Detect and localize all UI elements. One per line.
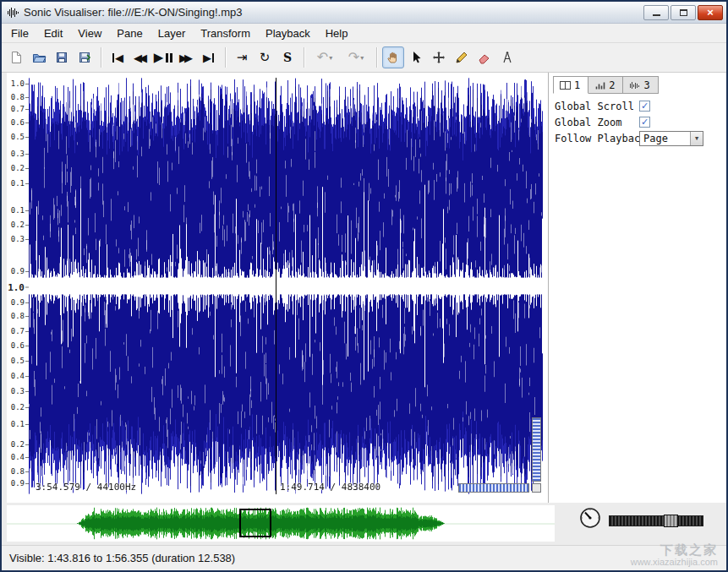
select-tool-button[interactable]	[405, 46, 427, 68]
scale-label: 0.9	[11, 298, 25, 307]
erase-tool-button[interactable]	[473, 46, 495, 68]
title-bar[interactable]: Sonic Visualiser: file:///E:/K-ON/Singin…	[2, 2, 726, 24]
scale-label: 0.4	[11, 372, 25, 380]
follow-playback-row: Follow Playback Page ▼	[555, 131, 726, 145]
playhead-cursor	[276, 78, 276, 494]
export-audio-icon	[78, 51, 91, 64]
chevron-down-icon: ▼	[690, 132, 703, 145]
rewind-start-button[interactable]: ◀	[107, 46, 129, 68]
move-crosshair-icon	[432, 51, 446, 64]
scale-label: 0.3	[11, 387, 25, 395]
global-scroll-label: Global Scroll	[555, 101, 639, 112]
pencil-icon	[455, 51, 468, 64]
scale-label: 0.6	[11, 341, 25, 350]
zoom-reset-button[interactable]	[532, 483, 541, 493]
window-title: Sonic Visualiser: file:///E:/K-ON/Singin…	[24, 6, 639, 19]
tab-pane-2[interactable]: 2	[588, 76, 623, 94]
visible-region-rect[interactable]	[239, 509, 271, 537]
measure-tool-button[interactable]	[496, 46, 518, 68]
global-zoom-row: Global Zoom ✓	[555, 115, 726, 129]
scale-label: 0.8	[11, 312, 25, 320]
menu-help[interactable]: Help	[318, 25, 356, 42]
main-area: 1.00.80.70.60.50.30.20.10.10.20.30.91.00…	[2, 73, 726, 503]
menu-playback[interactable]: Playback	[258, 25, 318, 42]
open-session-button[interactable]	[28, 46, 50, 68]
app-icon	[6, 6, 19, 19]
duration-samplerate-label: 3:54.579 / 44100Hz	[36, 482, 136, 493]
menu-edit[interactable]: Edit	[36, 25, 70, 42]
undo-icon: ↶	[317, 51, 328, 64]
save-session-button[interactable]	[51, 46, 73, 68]
undo-button[interactable]: ↶▾	[309, 46, 340, 68]
navigate-tool-button[interactable]	[382, 46, 404, 68]
global-zoom-checkbox[interactable]: ✓	[639, 117, 650, 128]
menu-pane[interactable]: Pane	[109, 25, 150, 42]
constrain-playback-icon: ⇥	[237, 52, 248, 64]
visible-range-status: Visible: 1:43.816 to 1:56.355 (duration …	[9, 552, 235, 564]
global-scroll-row: Global Scroll ✓	[555, 99, 726, 113]
status-bar: Visible: 1:43.816 to 1:56.355 (duration …	[2, 545, 726, 570]
slider-handle[interactable]	[664, 515, 678, 527]
forward-end-button[interactable]: ▶	[198, 46, 220, 68]
minimize-icon	[653, 14, 660, 16]
export-audio-button[interactable]	[74, 46, 96, 68]
solo-pane-button[interactable]: S	[276, 46, 298, 68]
redo-icon: ↷	[348, 51, 359, 64]
open-folder-icon	[32, 51, 47, 64]
close-button[interactable]: ×	[698, 5, 723, 20]
toolbar-separator	[376, 47, 377, 68]
draw-tool-button[interactable]	[451, 46, 473, 68]
scale-label: 0.1	[11, 206, 25, 215]
horizontal-zoom-wheel[interactable]	[458, 483, 529, 493]
menu-transform[interactable]: Transform	[193, 25, 258, 42]
playback-speed-controls	[578, 506, 703, 530]
scale-label: 1.0	[8, 281, 25, 292]
menu-layer[interactable]: Layer	[151, 25, 194, 42]
minimize-button[interactable]	[643, 5, 669, 20]
edit-tool-button[interactable]	[428, 46, 450, 68]
scale-label: 0.3	[11, 235, 25, 243]
scale-label: 0.8	[11, 467, 25, 476]
tab-pane-1[interactable]: 1	[553, 76, 588, 94]
overview-canvas[interactable]	[7, 505, 555, 542]
redo-button[interactable]: ↷▾	[341, 46, 371, 68]
play-icon: ▶	[154, 52, 164, 64]
vertical-zoom-wheel[interactable]	[532, 417, 541, 482]
global-scroll-checkbox[interactable]: ✓	[639, 101, 650, 112]
loop-playback-icon: ↻	[260, 52, 271, 64]
play-pause-button[interactable]: ▶	[152, 46, 174, 68]
rewind-start-icon	[112, 53, 114, 63]
scale-label: 0.2	[11, 403, 25, 411]
scale-label: 0.2	[11, 221, 25, 229]
close-icon: ×	[707, 7, 714, 18]
window-controls: ×	[643, 5, 726, 20]
scale-label: 0.2	[11, 440, 25, 449]
menu-view[interactable]: View	[70, 25, 109, 42]
checkmark-icon: ✓	[641, 117, 649, 127]
tab-pane-3[interactable]: 3	[623, 76, 658, 94]
rewind-button[interactable]: ◀◀	[129, 46, 151, 68]
checkmark-icon: ✓	[641, 101, 649, 111]
maximize-icon	[680, 9, 687, 16]
overview-panner[interactable]	[7, 505, 555, 542]
scale-label: 0.6	[11, 118, 25, 127]
fast-forward-button[interactable]: ▶▶	[175, 46, 197, 68]
solo-icon: S	[283, 51, 292, 64]
loop-playback-button[interactable]: ↻	[254, 46, 276, 68]
waveform-canvas[interactable]	[29, 78, 543, 494]
forward-end-icon: ▶	[203, 52, 211, 63]
redo-dropdown-icon: ▾	[360, 54, 364, 62]
menu-file[interactable]: File	[3, 25, 36, 42]
playback-speed-knob[interactable]	[578, 506, 602, 530]
toolbar-separator	[304, 47, 304, 68]
scale-label: 0.1	[11, 420, 25, 428]
maximize-button[interactable]	[671, 5, 696, 20]
new-session-button[interactable]	[5, 46, 27, 68]
playback-speed-slider[interactable]	[609, 515, 703, 526]
waveform-view[interactable]: 3:54.579 / 44100Hz 1:49.714 / 4838400	[29, 78, 543, 494]
scale-label: 0.1	[11, 179, 25, 188]
toolbar: ◀ ◀◀ ▶ ▶▶ ▶ ⇥ ↻ S ↶▾ ↷▾	[2, 43, 726, 73]
constrain-playback-button[interactable]: ⇥	[231, 46, 253, 68]
bars-icon	[594, 81, 605, 90]
follow-playback-select[interactable]: Page ▼	[639, 131, 703, 146]
